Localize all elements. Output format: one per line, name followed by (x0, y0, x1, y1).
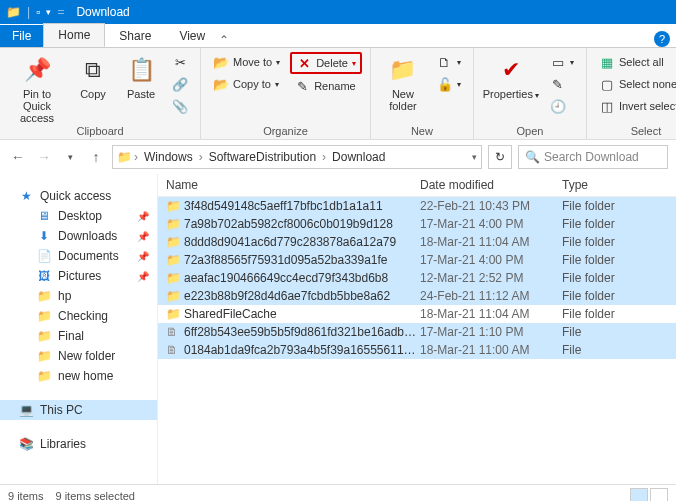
table-row[interactable]: 🗎0184ab1da9fca2b793a4b5f39a1655561108...… (158, 341, 676, 359)
sidebar-item-quick-access[interactable]: ★Quick access (0, 186, 157, 206)
group-open: ✔ Properties ▾ ▭▾ ✎ 🕘 Open (474, 48, 587, 139)
minimize-ribbon-icon[interactable]: ⌃ (219, 33, 229, 47)
group-clipboard: 📌 Pin to Quick access ⧉ Copy 📋 Paste ✂ 🔗… (0, 48, 201, 139)
pin-icon: 📌 (137, 211, 149, 222)
folder-icon: 📁 (166, 235, 184, 249)
tab-home[interactable]: Home (43, 23, 105, 47)
breadcrumb[interactable]: Download (328, 150, 389, 164)
qat-dropdown-icon[interactable]: ▾ (46, 7, 51, 17)
copyto-icon: 📂 (213, 76, 229, 92)
table-row[interactable]: 📁7a98b702ab5982cf8006c0b019b9d12817-Mar-… (158, 215, 676, 233)
paste-button[interactable]: 📋 Paste (120, 52, 162, 100)
copy-button[interactable]: ⧉ Copy (72, 52, 114, 100)
documents-icon: 📄 (36, 249, 52, 263)
sidebar-item-libraries[interactable]: 📚Libraries (0, 434, 157, 454)
table-row[interactable]: 📁aeafac190466649cc4ecd79f343bd6b812-Mar-… (158, 269, 676, 287)
folder-icon: 📁 (166, 199, 184, 213)
tab-share[interactable]: Share (105, 25, 165, 47)
star-icon: ★ (18, 189, 34, 203)
invert-selection-button[interactable]: ◫Invert selection (595, 96, 676, 116)
sidebar-item-checking[interactable]: 📁Checking (0, 306, 157, 326)
file-rows[interactable]: 📁3f48d549148c5aeff17bfbc1db1a1a1122-Feb-… (158, 197, 676, 484)
table-row[interactable]: 🗎6ff28b543ee59b5b5f9d861fd321be16adb8...… (158, 323, 676, 341)
back-button[interactable]: ← (8, 147, 28, 167)
details-view-button[interactable] (630, 488, 648, 502)
refresh-button[interactable]: ↻ (488, 145, 512, 169)
sidebar-item-downloads[interactable]: ⬇Downloads📌 (0, 226, 157, 246)
up-button[interactable]: ↑ (86, 147, 106, 167)
search-input[interactable]: 🔍 Search Download (518, 145, 668, 169)
select-all-button[interactable]: ▦Select all (595, 52, 676, 72)
paste-shortcut-button[interactable]: 📎 (168, 96, 192, 116)
file-date: 18-Mar-21 11:04 AM (420, 307, 562, 321)
column-type[interactable]: Type (562, 178, 668, 192)
pin-to-quick-access-button[interactable]: 📌 Pin to Quick access (8, 52, 66, 124)
help-icon[interactable]: ? (654, 31, 670, 47)
sidebar-item-pictures[interactable]: 🖼Pictures📌 (0, 266, 157, 286)
folder-icon: 📁 (36, 369, 52, 383)
delete-button[interactable]: ✕Delete ▾ (290, 52, 362, 74)
group-new: 📁 New folder 🗋▾ 🔓▾ New (371, 48, 474, 139)
chevron-down-icon[interactable]: ▾ (472, 152, 477, 162)
sidebar-item-final[interactable]: 📁Final (0, 326, 157, 346)
libraries-icon: 📚 (18, 437, 34, 451)
column-date[interactable]: Date modified (420, 178, 562, 192)
copyto-label: Copy to (233, 78, 271, 90)
chevron-down-icon: ▾ (276, 58, 280, 67)
recent-locations-button[interactable]: ▾ (60, 147, 80, 167)
window-title: Download (76, 5, 129, 19)
rename-button[interactable]: ✎Rename (290, 76, 362, 96)
tab-file[interactable]: File (0, 25, 43, 47)
icons-view-button[interactable] (650, 488, 668, 502)
pictures-icon: 🖼 (36, 269, 52, 283)
history-button[interactable]: 🕘 (546, 96, 578, 116)
address-bar[interactable]: 📁 › Windows › SoftwareDistribution › Dow… (112, 145, 482, 169)
file-type: File (562, 343, 668, 357)
table-row[interactable]: 📁e223b88b9f28d4d6ae7fcbdb5bbe8a6224-Feb-… (158, 287, 676, 305)
new-item-button[interactable]: 🗋▾ (433, 52, 465, 72)
breadcrumb[interactable]: Windows (140, 150, 197, 164)
cut-button[interactable]: ✂ (168, 52, 192, 72)
move-to-button[interactable]: 📂Move to ▾ (209, 52, 284, 72)
table-row[interactable]: 📁3f48d549148c5aeff17bfbc1db1a1a1122-Feb-… (158, 197, 676, 215)
file-date: 18-Mar-21 11:04 AM (420, 235, 562, 249)
file-date: 24-Feb-21 11:12 AM (420, 289, 562, 303)
table-row[interactable]: 📁72a3f88565f75931d095a52ba339a1fe17-Mar-… (158, 251, 676, 269)
file-type: File folder (562, 271, 668, 285)
column-name[interactable]: Name (166, 178, 420, 192)
select-none-button[interactable]: ▢Select none (595, 74, 676, 94)
open-button[interactable]: ▭▾ (546, 52, 578, 72)
edit-button[interactable]: ✎ (546, 74, 578, 94)
file-type: File folder (562, 217, 668, 231)
sidebar-item-new-folder[interactable]: 📁New folder (0, 346, 157, 366)
qat-checkfolder-icon[interactable]: ▫ (36, 5, 40, 19)
sidebar-item-this-pc[interactable]: 💻This PC (0, 400, 157, 420)
tab-view[interactable]: View (165, 25, 219, 47)
folder-icon: 📁 (166, 307, 184, 321)
column-headers[interactable]: Name Date modified Type (158, 174, 676, 197)
group-select: ▦Select all ▢Select none ◫Invert selecti… (587, 48, 676, 139)
breadcrumb[interactable]: SoftwareDistribution (205, 150, 320, 164)
sidebar-item-hp[interactable]: 📁hp (0, 286, 157, 306)
table-row[interactable]: 📁8ddd8d9041ac6d779c283878a6a12a7918-Mar-… (158, 233, 676, 251)
nav-label: new home (58, 369, 113, 383)
copy-path-button[interactable]: 🔗 (168, 74, 192, 94)
file-icon: 🗎 (166, 325, 184, 339)
sidebar-item-new-home[interactable]: 📁new home (0, 366, 157, 386)
properties-button[interactable]: ✔ Properties ▾ (482, 52, 540, 101)
sidebar-item-documents[interactable]: 📄Documents📌 (0, 246, 157, 266)
status-selected-count: 9 items selected (55, 490, 134, 502)
folder-icon: 📁 (166, 217, 184, 231)
folder-icon: 📁 (166, 289, 184, 303)
table-row[interactable]: 📁SharedFileCache18-Mar-21 11:04 AMFile f… (158, 305, 676, 323)
navigation-pane[interactable]: ★Quick access 🖥Desktop📌 ⬇Downloads📌 📄Doc… (0, 174, 158, 484)
sidebar-item-desktop[interactable]: 🖥Desktop📌 (0, 206, 157, 226)
copy-to-button[interactable]: 📂Copy to ▾ (209, 74, 284, 94)
pin-icon: 📌 (137, 231, 149, 242)
easy-access-button[interactable]: 🔓▾ (433, 74, 465, 94)
chevron-down-icon: ▾ (275, 80, 279, 89)
address-bar-row: ← → ▾ ↑ 📁 › Windows › SoftwareDistributi… (0, 140, 676, 174)
nav-label: Desktop (58, 209, 102, 223)
properties-label: Properties ▾ (483, 88, 539, 101)
new-folder-button[interactable]: 📁 New folder (379, 52, 427, 112)
